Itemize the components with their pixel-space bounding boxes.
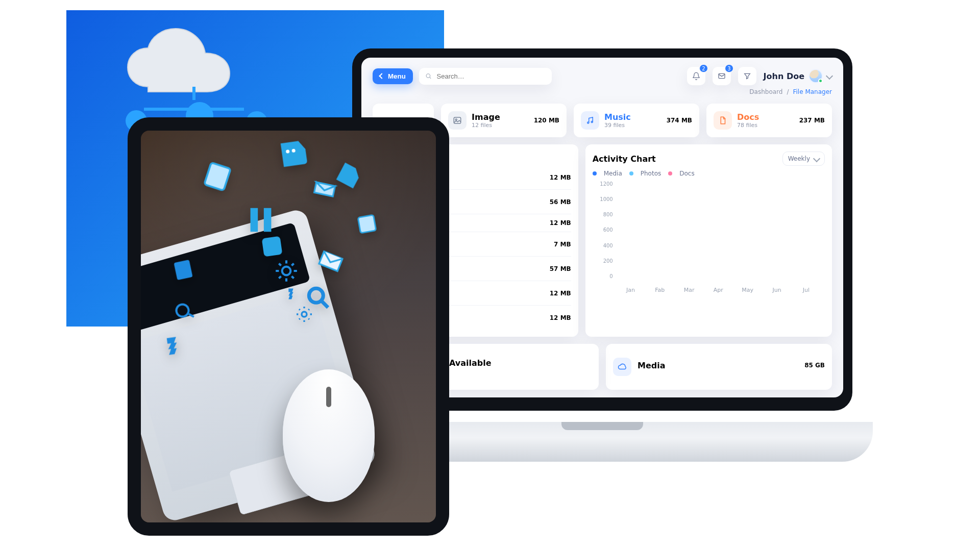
search-icon xyxy=(425,72,432,80)
card-name: Docs xyxy=(737,112,759,122)
file-size: 12 MB xyxy=(550,290,571,297)
menu-button[interactable]: Menu xyxy=(373,68,413,84)
svg-point-4 xyxy=(587,122,589,123)
tablet-scene xyxy=(141,131,436,522)
file-size: 12 MB xyxy=(550,314,571,321)
file-size: 12 MB xyxy=(550,174,571,181)
chevron-down-icon xyxy=(826,72,833,80)
svg-point-5 xyxy=(591,121,593,123)
user-name: John Doe xyxy=(764,71,804,81)
menu-label: Menu xyxy=(388,72,406,80)
filter-icon xyxy=(743,72,751,80)
user-menu[interactable]: John Doe xyxy=(764,69,832,83)
range-select[interactable]: Weekly xyxy=(782,152,825,166)
legend: Media Photos Docs xyxy=(593,170,825,177)
legend-dot-photos xyxy=(629,171,633,176)
svg-point-15 xyxy=(302,312,307,317)
legend-photos: Photos xyxy=(641,170,661,177)
file-size: 7 MB xyxy=(554,241,571,248)
card-sub: 39 files xyxy=(604,122,631,129)
music-icon xyxy=(581,111,599,130)
card-music[interactable]: Music39 files 374 MB xyxy=(574,104,699,137)
tablet-frame xyxy=(128,117,449,536)
topbar-right: 2 3 John Doe xyxy=(687,67,832,85)
card-docs[interactable]: Docs78 files 237 MB xyxy=(706,104,832,137)
card-image[interactable]: Image12 files 120 MB xyxy=(441,104,567,137)
topbar: Menu 2 3 xyxy=(373,67,832,85)
breadcrumb-root[interactable]: Dashboard xyxy=(749,88,782,95)
media-value: 85 GB xyxy=(804,362,825,369)
card-sub: 78 files xyxy=(737,122,759,129)
avatar xyxy=(808,69,823,83)
docs-icon xyxy=(714,111,732,130)
notifications-button[interactable]: 2 xyxy=(687,67,705,85)
svg-point-13 xyxy=(175,303,190,318)
breadcrumb-current[interactable]: File Manager xyxy=(793,88,832,95)
file-size: 57 MB xyxy=(550,265,571,272)
svg-rect-14 xyxy=(262,236,283,257)
svg-point-3 xyxy=(455,119,457,120)
svg-point-0 xyxy=(426,74,430,78)
mail-badge: 3 xyxy=(724,64,733,73)
legend-media: Media xyxy=(604,170,622,177)
svg-rect-8 xyxy=(204,162,231,190)
mail-icon xyxy=(718,72,726,80)
range-label: Weekly xyxy=(788,155,810,162)
media-card: Media 85 GB xyxy=(606,344,832,390)
mail-button[interactable]: 3 xyxy=(713,67,731,85)
activity-panel: Activity Chart Weekly Media Photos Docs xyxy=(585,144,832,337)
svg-point-11 xyxy=(309,288,323,303)
search-input-wrap[interactable] xyxy=(419,68,552,85)
presence-dot-icon xyxy=(818,79,823,83)
svg-point-10 xyxy=(282,267,291,276)
breadcrumb: Dashboard / File Manager xyxy=(373,88,832,95)
card-sub: 12 files xyxy=(472,122,500,129)
legend-dot-docs xyxy=(668,171,672,176)
legend-dot-media xyxy=(593,171,597,176)
search-input[interactable] xyxy=(436,72,546,81)
svg-rect-9 xyxy=(358,215,376,233)
storage-label: Available xyxy=(449,358,492,368)
bell-icon xyxy=(692,72,700,80)
mouse-icon xyxy=(283,369,375,502)
legend-docs: Docs xyxy=(679,170,694,177)
activity-title: Activity Chart xyxy=(593,154,656,164)
card-name: Music xyxy=(604,112,631,122)
chevron-down-icon xyxy=(813,155,820,162)
media-title: Media xyxy=(638,361,666,370)
card-name: Image xyxy=(472,112,500,122)
file-size: 56 MB xyxy=(550,198,571,206)
card-size: 237 MB xyxy=(799,117,825,124)
cloud-icon xyxy=(613,358,631,376)
breadcrumb-sep: / xyxy=(787,88,789,95)
laptop-notch xyxy=(561,422,643,430)
image-icon xyxy=(448,111,467,130)
svg-rect-12 xyxy=(174,260,192,280)
filter-button[interactable] xyxy=(738,67,756,85)
cloud-illustration xyxy=(117,26,271,128)
notif-badge: 2 xyxy=(699,64,708,73)
card-size: 374 MB xyxy=(667,117,692,124)
activity-chart: 120010008006004002000 JanFabMarAprMayJun… xyxy=(593,181,825,293)
file-size: 12 MB xyxy=(550,219,571,227)
card-size: 120 MB xyxy=(534,117,559,124)
chevron-left-icon xyxy=(379,73,384,79)
